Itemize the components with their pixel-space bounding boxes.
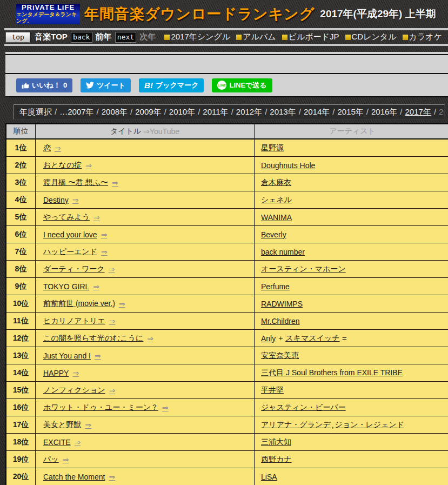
youtube-arrow-link[interactable]: ⇒ (85, 161, 92, 170)
top-button[interactable]: top (5, 32, 31, 43)
nav-link-2[interactable]: ビルボードJP (282, 32, 339, 42)
youtube-arrow-link[interactable]: ⇒ (55, 144, 61, 152)
title-link[interactable]: ノンフィクション (43, 386, 105, 395)
year-separator: / (265, 107, 267, 116)
youtube-arrow-link[interactable]: ⇒ (72, 369, 79, 377)
artist-link[interactable]: Beverly (261, 230, 286, 239)
youtube-arrow-link[interactable]: ⇒ (109, 265, 115, 274)
year-link-4[interactable]: 2011年 (203, 107, 228, 116)
title-link[interactable]: 前前前世 (movie ver.) (43, 299, 115, 309)
artist-cell: back number (255, 243, 448, 260)
bullet-icon (236, 35, 242, 40)
year-link-10[interactable]: 2017年 (405, 107, 431, 116)
year-link-7[interactable]: 2014年 (304, 107, 330, 116)
youtube-arrow-link[interactable]: ⇒ (101, 248, 108, 256)
title-link[interactable]: やってみよう (43, 212, 90, 222)
artist-link[interactable]: シェネル (261, 195, 292, 205)
artist-link[interactable]: LiSA (261, 473, 277, 481)
back-button[interactable]: back (71, 32, 92, 43)
year-link-8[interactable]: 2015年 (337, 107, 363, 116)
year-link-5[interactable]: 2012年 (236, 107, 262, 116)
rank-cell: 4位 (6, 191, 36, 208)
table-row: 8位ダーティ・ワーク⇒オースティン・マホーン (6, 261, 448, 278)
table-body: 1位恋⇒星野源2位おとなの掟⇒Doughnuts Hole3位渡月橋 〜君 想ふ… (6, 139, 448, 485)
nav-link-1[interactable]: アルバム (236, 32, 276, 42)
youtube-arrow-link[interactable]: ⇒ (109, 473, 115, 481)
artist-link[interactable]: 安室奈美恵 (261, 351, 299, 361)
artist-link[interactable]: アリアナ・グランデ (261, 420, 331, 430)
artist-link[interactable]: 西野カナ (261, 455, 292, 464)
title-link[interactable]: この闇を照らす光のむこうに (43, 334, 143, 343)
artist-link[interactable]: back number (261, 248, 305, 256)
title-link[interactable]: Catch the Moment (43, 473, 105, 481)
artist-link[interactable]: 平井堅 (261, 386, 284, 395)
youtube-arrow-link[interactable]: ⇒ (109, 386, 116, 395)
tweet-button[interactable]: ツイート (81, 78, 131, 92)
title-link[interactable]: パッ (43, 455, 59, 464)
facebook-like-button[interactable]: いいね！ 0 (16, 78, 72, 92)
music-top-link[interactable]: 音楽TOP (35, 32, 68, 42)
youtube-arrow-link[interactable]: ⇒ (95, 351, 101, 360)
year-link-9[interactable]: 2016年 (371, 107, 397, 116)
title-link[interactable]: Destiny (43, 196, 69, 204)
title-link[interactable]: おとなの掟 (43, 161, 82, 170)
site-logo[interactable]: PRiVATE LiFE エンタメデータ＆ランキング. (16, 4, 80, 24)
title-link[interactable]: TOKYO GIRL (43, 282, 89, 291)
title-link[interactable]: 渡月橋 〜君 想ふ〜 (43, 178, 108, 188)
nav-link-0[interactable]: 2017年シングル (164, 32, 230, 42)
nav-link-4[interactable]: カラオケ (403, 32, 442, 42)
year-separator: / (130, 107, 132, 116)
artist-link[interactable]: ジョン・レジェンド (335, 420, 405, 430)
youtube-arrow-link[interactable]: ⇒ (109, 317, 116, 325)
title-link[interactable]: I need your love (43, 230, 97, 239)
year-link-2[interactable]: 2009年 (135, 107, 161, 116)
youtube-arrow-link[interactable]: ⇒ (101, 230, 108, 239)
artist-link[interactable]: Doughnuts Hole (261, 161, 315, 170)
title-link[interactable]: 恋 (43, 143, 51, 153)
artist-link[interactable]: RADWIMPS (261, 300, 303, 308)
year-link-3[interactable]: 2010年 (169, 107, 195, 116)
year-link-0[interactable]: …2007年 (59, 107, 93, 116)
year-link-6[interactable]: 2013年 (270, 107, 296, 116)
hatena-bookmark-button[interactable]: B! ブックマーク (139, 78, 204, 92)
youtube-arrow-link[interactable]: ⇒ (93, 282, 99, 291)
artist-link[interactable]: Perfume (261, 282, 290, 291)
prev-year-link[interactable]: 前年 (96, 32, 112, 42)
title-link[interactable]: ホワット・ドゥ・ユー・ミーン？ (43, 403, 158, 413)
year-link-1[interactable]: 2008年 (102, 107, 128, 116)
title-link[interactable]: 美女と野獣 (43, 420, 81, 430)
rank-cell: 12位 (6, 330, 36, 347)
line-share-button[interactable]: LINE LINEで送る (212, 78, 272, 92)
artist-link[interactable]: WANIMA (261, 213, 292, 222)
youtube-arrow-link[interactable]: ⇒ (63, 455, 69, 464)
youtube-arrow-link[interactable]: ⇒ (112, 178, 118, 187)
youtube-arrow-link[interactable]: ⇒ (147, 334, 153, 343)
title-link[interactable]: HAPPY (43, 369, 69, 377)
title-link[interactable]: Just You and I (43, 351, 91, 360)
artist-link[interactable]: 倉木麻衣 (261, 178, 291, 188)
table-row: 11位ヒカリノアトリエ⇒Mr.Children (6, 313, 448, 330)
title-link[interactable]: ダーティ・ワーク (43, 264, 105, 274)
youtube-arrow-link[interactable]: ⇒ (119, 300, 125, 308)
artist-link[interactable]: ジャスティン・ビーバー (261, 403, 346, 413)
artist-cell: Mr.Children (255, 313, 448, 329)
youtube-arrow-link[interactable]: ⇒ (75, 438, 81, 447)
header-rank-label: 順位 (14, 127, 29, 136)
title-link[interactable]: EXCITE (43, 438, 71, 447)
artist-link[interactable]: スキマスイッチ (285, 334, 339, 343)
artist-link[interactable]: オースティン・マホーン (261, 264, 346, 274)
artist-link[interactable]: Anly (261, 334, 276, 343)
youtube-arrow-link[interactable]: ⇒ (85, 421, 91, 429)
artist-link[interactable]: 三代目 J Soul Brothers from EXILE TRIBE (261, 368, 403, 378)
youtube-arrow-link[interactable]: ⇒ (93, 213, 100, 222)
hatena-b-icon: B! (144, 81, 153, 90)
artist-link[interactable]: Mr.Children (261, 317, 300, 325)
artist-link[interactable]: 星野源 (261, 143, 284, 153)
title-link[interactable]: ハッピーエンド (43, 247, 97, 257)
artist-link[interactable]: 三浦大知 (261, 437, 291, 447)
next-button[interactable]: next (115, 32, 137, 43)
nav-link-3[interactable]: CDレンタル (345, 32, 397, 42)
youtube-arrow-link[interactable]: ⇒ (72, 196, 79, 204)
youtube-arrow-link[interactable]: ⇒ (162, 403, 169, 412)
title-link[interactable]: ヒカリノアトリエ (43, 316, 105, 326)
